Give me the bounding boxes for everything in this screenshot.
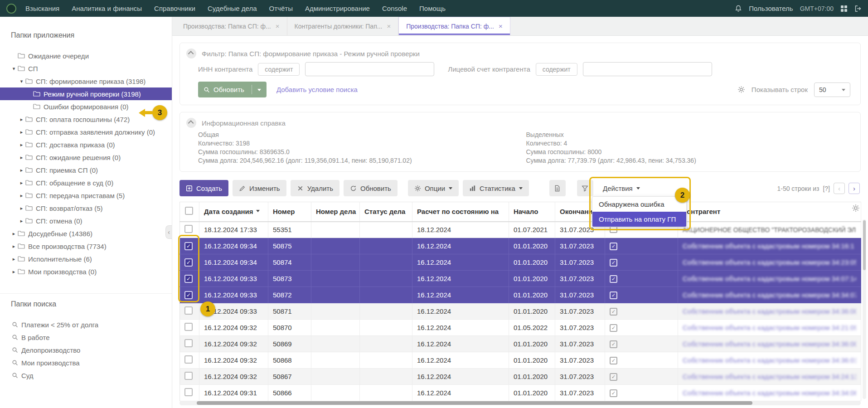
next-page-button[interactable]: › (849, 183, 860, 194)
add-condition-link[interactable]: Добавить условие поиска (276, 86, 358, 93)
table-row[interactable]: 18.12.2024 17:335535118.12.202401.07.202… (180, 222, 861, 238)
row-checkbox[interactable] (184, 388, 193, 396)
vertical-scrollbar-thumb[interactable] (863, 220, 866, 270)
flag-checkbox[interactable]: ✓ (610, 243, 617, 250)
horizontal-scrollbar-thumb[interactable] (197, 401, 752, 405)
user-name[interactable]: Пользователь (749, 5, 793, 12)
tree-item[interactable]: ▸Досудебные (14386) (0, 227, 172, 240)
row-checkbox[interactable] (184, 372, 193, 380)
chevron-right-icon[interactable]: ▸ (18, 205, 25, 211)
tree-item[interactable]: ▸СП: передача приставам (5) (0, 189, 172, 202)
sidebar-collapse-handle[interactable]: ‹ (165, 225, 172, 239)
collapse-info-button[interactable] (186, 118, 196, 128)
sort-caret-icon[interactable] (256, 210, 260, 214)
inn-operator-select[interactable]: содержит (258, 63, 300, 76)
tree-item[interactable]: ▸СП: приемка СП (0) (0, 164, 172, 176)
search-folder-item[interactable]: В работе (0, 331, 172, 344)
select-all-checkbox[interactable] (185, 207, 193, 215)
account-operator-select[interactable]: содержит (536, 63, 577, 76)
tree-item[interactable]: ▸СП: обращение в суд (0) (0, 176, 172, 189)
tree-item[interactable]: ▸СП: отмена (0) (0, 214, 172, 227)
vertical-scrollbar[interactable] (863, 219, 866, 399)
col-number[interactable]: Номер (268, 202, 311, 222)
tree-item[interactable]: ▾СП (0, 62, 172, 75)
row-checkbox[interactable]: ✓ (184, 258, 193, 267)
topnav-item[interactable]: Аналитика и финансы (72, 5, 142, 12)
row-checkbox[interactable] (184, 323, 193, 331)
topnav-item[interactable]: Console (382, 5, 407, 12)
chevron-right-icon[interactable]: ▸ (10, 256, 18, 262)
filter-toggle-button[interactable] (577, 180, 593, 196)
flag-checkbox[interactable]: ✓ (610, 275, 617, 283)
flag-checkbox[interactable]: ✓ (610, 308, 617, 316)
tree-item[interactable]: ▸СП: доставка приказа (0) (0, 138, 172, 151)
search-folder-item[interactable]: Суд (0, 369, 172, 382)
search-folder-item[interactable]: Платежи < 25% от долга (0, 318, 172, 331)
topnav-item[interactable]: Отчёты (269, 5, 293, 12)
bell-icon[interactable] (735, 5, 742, 12)
chevron-right-icon[interactable]: ▸ (10, 243, 18, 249)
tree-item[interactable]: ▸СП: ожидание решения (0) (0, 151, 172, 164)
topnav-item[interactable]: Судебные дела (208, 5, 257, 12)
flag-checkbox[interactable]: ✓ (610, 340, 617, 348)
col-case-number[interactable]: Номер дела (311, 202, 360, 222)
options-button[interactable]: Опции (408, 180, 459, 196)
row-checkbox[interactable] (184, 339, 193, 347)
chevron-down-icon[interactable]: ▾ (10, 66, 18, 72)
chevron-right-icon[interactable]: ▸ (18, 218, 25, 224)
edit-button[interactable]: Изменить (233, 180, 286, 196)
statistics-button[interactable]: Статистика (463, 180, 529, 196)
chevron-right-icon[interactable]: ▸ (10, 231, 18, 237)
refresh-button[interactable]: Обновить (344, 180, 398, 196)
row-checkbox[interactable]: ✓ (184, 275, 193, 283)
table-row[interactable]: ✓16.12.2024 09:345087416.12.202401.01.20… (180, 254, 861, 271)
tab-close-icon[interactable]: × (276, 22, 280, 30)
tree-item[interactable]: Режим ручной проверки (3198) (0, 87, 172, 100)
app-logo[interactable] (6, 4, 16, 14)
col-start[interactable]: Начало (509, 202, 555, 222)
chevron-right-icon[interactable]: ▸ (18, 193, 25, 199)
table-settings-gear-icon[interactable] (852, 204, 860, 212)
logout-icon[interactable] (854, 5, 862, 12)
col-contragent[interactable]: Контрагент (678, 202, 861, 222)
topnav-item[interactable]: Администрирование (305, 5, 370, 12)
actions-menu-item[interactable]: Отправить на оплату ГП (592, 212, 686, 227)
table-row[interactable]: 16.12.2024 09:325086916.12.202401.01.202… (180, 336, 861, 352)
topnav-item[interactable]: Справочники (154, 5, 195, 12)
tree-item[interactable]: ▸СП: отправка заявления должнику (0) (0, 126, 172, 138)
flag-checkbox[interactable]: ✓ (610, 259, 617, 267)
account-input[interactable] (583, 62, 712, 76)
collapse-filter-button[interactable] (186, 49, 196, 58)
tab[interactable]: Производства: Папка СП: ф...× (398, 17, 510, 35)
rows-per-page-select[interactable]: 50 (814, 83, 850, 97)
tree-item[interactable]: ▾СП: формирование приказа (3198) (0, 75, 172, 87)
chevron-down-icon[interactable]: ▾ (18, 78, 25, 84)
table-row[interactable]: ✓16.12.2024 09:335087316.12.202401.01.20… (180, 271, 861, 287)
tab-close-icon[interactable]: × (499, 22, 503, 30)
table-row[interactable]: ✓16.12.2024 09:345087516.12.202401.01.20… (180, 238, 861, 254)
chevron-right-icon[interactable]: ▸ (10, 269, 18, 275)
col-case-status[interactable]: Статус дела (360, 202, 412, 222)
inn-input[interactable] (305, 62, 434, 76)
tab[interactable]: Производства: Папка СП: ф...× (176, 17, 287, 35)
row-checkbox[interactable] (184, 306, 193, 315)
flag-checkbox[interactable]: ✓ (610, 357, 617, 364)
horizontal-scrollbar[interactable] (179, 401, 861, 405)
row-checkbox[interactable]: ✓ (184, 291, 193, 299)
flag-checkbox[interactable]: ✓ (610, 373, 617, 381)
chevron-right-icon[interactable]: ▸ (18, 142, 25, 148)
table-row[interactable]: ✓16.12.2024 09:335087216.12.202401.01.20… (180, 287, 861, 303)
flag-checkbox[interactable]: ✓ (610, 324, 617, 332)
row-checkbox[interactable]: ✓ (184, 242, 193, 250)
row-checkbox[interactable] (184, 355, 193, 364)
table-row[interactable]: 16.12.2024 09:325086816.12.202401.01.202… (180, 352, 861, 369)
delete-button[interactable]: Удалить (291, 180, 339, 196)
table-row[interactable]: 16.12.2024 09:325087016.12.202401.05.202… (180, 320, 861, 336)
chevron-right-icon[interactable]: ▸ (18, 155, 25, 160)
tree-item[interactable]: ▸Исполнительные (6) (0, 253, 172, 265)
tree-item[interactable]: ▸СП: оплата госпошлины (472) (0, 113, 172, 126)
actions-button[interactable]: Действия (596, 180, 646, 196)
actions-menu-item[interactable]: Обнаружена ошибка (592, 197, 686, 212)
col-created[interactable]: Дата создания (199, 202, 268, 222)
tree-item[interactable]: ▸СП: возврат/отказ (5) (0, 202, 172, 214)
